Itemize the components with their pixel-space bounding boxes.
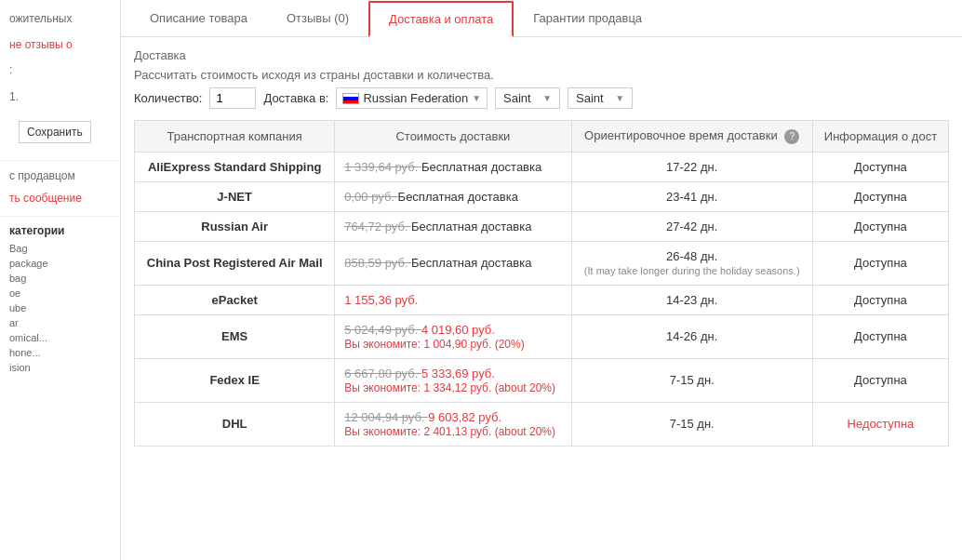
destination-label: Доставка в: bbox=[263, 91, 328, 105]
company-name: DHL bbox=[222, 417, 247, 431]
shipping-table: Транспортная компания Стоимость доставки… bbox=[134, 120, 949, 447]
delivery-note: (It may take longer during the holiday s… bbox=[584, 265, 800, 276]
flag-icon bbox=[342, 93, 359, 104]
delivery-time-cell: 17-22 дн. bbox=[571, 152, 812, 181]
sidebar-cat-3: bag bbox=[0, 271, 120, 286]
sidebar-cat-8: hone... bbox=[0, 345, 120, 360]
tab-guarantee[interactable]: Гарантии продавца bbox=[514, 1, 661, 37]
price-new: 4 019,60 руб. bbox=[421, 323, 495, 337]
delivery-time-cell: 14-26 дн. bbox=[571, 314, 812, 358]
col-company: Транспортная компания bbox=[135, 121, 335, 153]
price-free: Бесплатная доставка bbox=[411, 220, 531, 233]
price-new: 9 603,82 руб. bbox=[428, 410, 501, 424]
sidebar-rating: : bbox=[0, 59, 120, 82]
availability-status: Доступна bbox=[854, 293, 907, 307]
availability-cell: Доступна bbox=[812, 314, 948, 358]
price-cell: 5 024,49 руб. 4 019,60 руб.Вы экономите:… bbox=[335, 314, 571, 358]
price-cell: 0,00 руб. Бесплатная доставка bbox=[335, 181, 571, 211]
price-new: 5 333,69 руб. bbox=[421, 367, 495, 380]
delivery-time-cell: 7-15 дн. bbox=[571, 402, 812, 446]
price-free: Бесплатная доставка bbox=[411, 256, 531, 270]
col-time: Ориентировочное время доставки ? bbox=[571, 121, 812, 153]
company-name: EMS bbox=[221, 329, 247, 343]
delivery-time-cell: 7-15 дн. bbox=[571, 358, 812, 402]
company-name: Russian Air bbox=[201, 220, 268, 233]
availability-cell: Доступна bbox=[812, 358, 948, 402]
main-content: Описание товара Отзывы (0) Доставка и оп… bbox=[121, 0, 962, 560]
table-row: Fedex IE6 667,80 руб. 5 333,69 руб.Вы эк… bbox=[135, 358, 949, 402]
sidebar-text-1: ожительных bbox=[0, 7, 120, 31]
price-cell: 764,72 руб. Бесплатная доставка bbox=[335, 211, 571, 241]
delivery-time: 7-15 дн. bbox=[670, 373, 715, 387]
shipping-table-wrapper: Транспортная компания Стоимость доставки… bbox=[134, 120, 949, 447]
availability-cell: Доступна bbox=[812, 152, 948, 181]
delivery-time-cell: 23-41 дн. bbox=[571, 181, 812, 211]
table-row: DHL12 004,94 руб. 9 603,82 руб.Вы эконом… bbox=[135, 402, 949, 446]
company-cell: China Post Registered Air Mail bbox=[135, 241, 335, 285]
city2-select[interactable]: Saint ▼ bbox=[568, 87, 633, 109]
chevron-down-icon-3: ▼ bbox=[615, 93, 624, 103]
availability-cell: Доступна bbox=[812, 285, 948, 314]
price-savings: Вы экономите: 2 401,13 руб. (about 20%) bbox=[344, 425, 555, 438]
price-paid: 1 155,36 руб. bbox=[344, 293, 418, 307]
sidebar-contact: с продавцом bbox=[0, 165, 120, 188]
sidebar-reviews-link[interactable]: не отзывы о bbox=[0, 34, 120, 55]
price-old: 12 004,94 руб. bbox=[344, 410, 428, 424]
company-name: Fedex IE bbox=[209, 373, 259, 387]
delivery-time: 23-41 дн. bbox=[666, 190, 717, 204]
delivery-time-cell: 26-48 дн.(It may take longer during the … bbox=[571, 241, 812, 285]
delivery-time: 7-15 дн. bbox=[670, 417, 715, 431]
tab-delivery[interactable]: Доставка и оплата bbox=[368, 1, 514, 37]
company-cell: AliExpress Standard Shipping bbox=[135, 152, 335, 181]
sidebar-cat-7: omical... bbox=[0, 330, 120, 345]
price-cell: 1 155,36 руб. bbox=[335, 285, 571, 314]
save-button[interactable]: Сохранить bbox=[19, 121, 91, 143]
price-savings: Вы экономите: 1 334,12 руб. (about 20%) bbox=[344, 381, 555, 394]
company-cell: Russian Air bbox=[135, 211, 335, 241]
delivery-time: 27-42 дн. bbox=[666, 220, 717, 233]
company-name: ePacket bbox=[212, 293, 258, 307]
tab-reviews[interactable]: Отзывы (0) bbox=[267, 1, 368, 37]
quantity-input[interactable] bbox=[209, 87, 256, 109]
help-icon[interactable]: ? bbox=[784, 129, 799, 144]
tab-bar: Описание товара Отзывы (0) Доставка и оп… bbox=[121, 0, 962, 37]
company-name: AliExpress Standard Shipping bbox=[148, 160, 321, 174]
table-row: EMS5 024,49 руб. 4 019,60 руб.Вы экономи… bbox=[135, 314, 949, 358]
price-old: 1 339,64 руб. bbox=[344, 160, 421, 174]
availability-cell: Доступна bbox=[812, 211, 948, 241]
price-cell: 12 004,94 руб. 9 603,82 руб.Вы экономите… bbox=[335, 402, 571, 446]
delivery-time: 26-48 дн. bbox=[666, 249, 717, 263]
col-price: Стоимость доставки bbox=[335, 121, 571, 153]
availability-status: Доступна bbox=[854, 190, 907, 204]
delivery-time: 14-23 дн. bbox=[666, 293, 717, 307]
chevron-down-icon-2: ▼ bbox=[542, 93, 552, 103]
tab-description[interactable]: Описание товара bbox=[130, 1, 267, 37]
availability-cell: Доступна bbox=[812, 181, 948, 211]
sidebar: ожительных не отзывы о : 1. Сохранить с … bbox=[0, 0, 121, 560]
delivery-time-cell: 27-42 дн. bbox=[571, 211, 812, 241]
city2-label: Saint bbox=[576, 91, 604, 105]
company-cell: Fedex IE bbox=[135, 358, 335, 402]
price-savings: Вы экономите: 1 004,90 руб. (20%) bbox=[344, 338, 524, 351]
availability-cell: Доступна bbox=[812, 241, 948, 285]
company-cell: ePacket bbox=[135, 285, 335, 314]
availability-status: Доступна bbox=[854, 256, 907, 270]
price-free: Бесплатная доставка bbox=[421, 160, 541, 174]
price-cell: 858,59 руб. Бесплатная доставка bbox=[335, 241, 571, 285]
price-old: 5 024,49 руб. bbox=[344, 323, 421, 337]
price-old: 858,59 руб. bbox=[344, 256, 411, 270]
quantity-label: Количество: bbox=[134, 91, 202, 105]
section-subtitle: Рассчитать стоимость исходя из страны до… bbox=[134, 68, 949, 82]
section-title: Доставка bbox=[134, 48, 949, 62]
sidebar-cat-2: package bbox=[0, 256, 120, 271]
sidebar-message[interactable]: ть сообщение bbox=[0, 188, 120, 208]
table-row: Russian Air764,72 руб. Бесплатная достав… bbox=[135, 211, 949, 241]
sidebar-cat-4: ое bbox=[0, 286, 120, 300]
city1-select[interactable]: Saint ▼ bbox=[495, 87, 560, 109]
delivery-time-cell: 14-23 дн. bbox=[571, 285, 812, 314]
sidebar-cat-1: Bag bbox=[0, 241, 120, 256]
company-cell: EMS bbox=[135, 314, 335, 358]
country-select[interactable]: Russian Federation ▼ bbox=[336, 87, 488, 109]
table-row: AliExpress Standard Shipping1 339,64 руб… bbox=[135, 152, 949, 181]
sidebar-cat-6: ar bbox=[0, 315, 120, 330]
